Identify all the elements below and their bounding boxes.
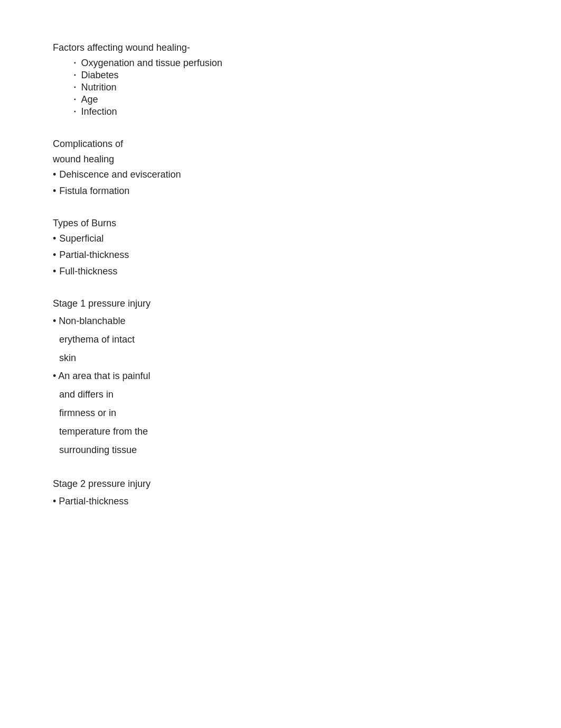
stage1-text2: skin bbox=[59, 351, 508, 366]
list-item: Partial-thickness bbox=[53, 250, 508, 261]
list-item: Nutrition bbox=[74, 82, 508, 93]
stage2-heading: Stage 2 pressure injury bbox=[53, 478, 508, 490]
factors-list: Oxygenation and tissue perfusion Diabete… bbox=[74, 58, 508, 117]
list-item: Fistula formation bbox=[53, 186, 508, 197]
stage1-bullet2: An area that is painful bbox=[58, 371, 150, 381]
complications-heading2: wound healing bbox=[53, 154, 508, 165]
section-factors: Factors affecting wound healing- Oxygena… bbox=[53, 42, 508, 117]
list-item: Age bbox=[74, 94, 508, 105]
burns-heading: Types of Burns bbox=[53, 218, 508, 229]
bullet-dot3: • bbox=[53, 496, 59, 506]
bullet-dot2: • bbox=[53, 371, 58, 381]
section-stage2: Stage 2 pressure injury • Partial-thickn… bbox=[53, 478, 508, 509]
section-stage1: Stage 1 pressure injury • Non-blanchable… bbox=[53, 298, 508, 457]
factors-heading: Factors affecting wound healing- bbox=[53, 42, 508, 53]
stage2-bullet1: Partial-thickness bbox=[59, 496, 128, 506]
section-burns: Types of Burns Superficial Partial-thick… bbox=[53, 218, 508, 277]
complications-heading1: Complications of bbox=[53, 139, 508, 150]
burns-list: Superficial Partial-thickness Full-thick… bbox=[53, 233, 508, 277]
list-item: Superficial bbox=[53, 233, 508, 244]
complications-list: Dehiscence and evisceration Fistula form… bbox=[53, 169, 508, 197]
stage1-text1: erythema of intact bbox=[59, 332, 508, 347]
stage1-content: • Non-blanchable bbox=[53, 314, 508, 329]
stage1-text5: temperature from the bbox=[59, 424, 508, 439]
list-item: Full-thickness bbox=[53, 266, 508, 277]
stage1-bullet1: Non-blanchable bbox=[59, 316, 125, 326]
stage1-text6: surrounding tissue bbox=[59, 443, 508, 458]
stage1-content2: • An area that is painful bbox=[53, 368, 508, 384]
stage1-heading: Stage 1 pressure injury bbox=[53, 298, 508, 309]
list-item: Diabetes bbox=[74, 70, 508, 81]
stage2-content: • Partial-thickness bbox=[53, 494, 508, 509]
list-item: Oxygenation and tissue perfusion bbox=[74, 58, 508, 69]
bullet-dot: • bbox=[53, 316, 59, 326]
stage1-text4: firmness or in bbox=[59, 406, 508, 421]
list-item: Infection bbox=[74, 106, 508, 117]
stage1-text3: and differs in bbox=[59, 387, 508, 402]
section-complications: Complications of wound healing Dehiscenc… bbox=[53, 139, 508, 197]
list-item: Dehiscence and evisceration bbox=[53, 169, 508, 180]
